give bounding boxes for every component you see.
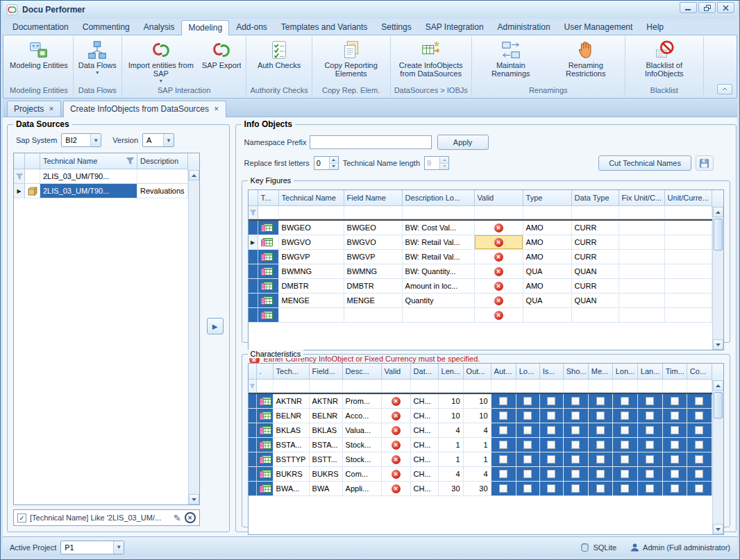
scroll-down-button[interactable] [713,524,723,534]
cell[interactable] [249,294,258,308]
transfer-right-button[interactable]: ▶ [207,318,224,334]
checkbox[interactable] [646,411,654,420]
cell[interactable] [491,394,516,409]
cell[interactable] [257,467,274,482]
cell[interactable] [491,467,516,482]
column-header[interactable] [25,153,40,169]
cell-description[interactable]: Stock... [343,438,382,452]
checkbox[interactable] [523,455,532,464]
cell-fix-unit[interactable] [619,235,665,250]
column-header-output-length[interactable]: Out... [464,364,491,380]
table-row[interactable]: BKLASBKLASValua...✕CH...44 [249,423,712,438]
cell-field-name[interactable]: DMBTR [344,279,403,294]
checkbox[interactable] [695,470,703,478]
cell[interactable] [589,394,613,409]
stepper-buttons[interactable] [439,157,448,169]
column-header[interactable]: Me... [589,364,613,380]
cell-technical-name[interactable]: BELNR [274,409,310,423]
grid-filter-row[interactable] [249,206,712,221]
cell-description[interactable] [403,308,475,323]
cell-field-name[interactable]: BSTA... [310,438,343,452]
cell[interactable] [564,482,589,496]
cell[interactable] [613,482,638,496]
import-entities-from-sap-button[interactable]: Import entities from SAP▾ [124,37,198,86]
cell[interactable] [589,482,613,496]
cell-data-type[interactable]: CURR [572,235,619,250]
cell-field-name[interactable]: BWGVO [344,235,403,250]
cell[interactable] [491,409,516,423]
checkbox[interactable] [596,426,605,434]
minimize-button[interactable] [680,2,697,13]
column-header[interactable] [14,153,25,169]
column-header[interactable]: T... [258,190,279,206]
cell-description[interactable]: Acco... [343,409,382,423]
cell-data-type[interactable]: CURR [572,279,619,294]
cell[interactable] [589,423,613,438]
checkbox[interactable] [621,455,629,464]
cell-description[interactable]: BW: Retail Val... [403,250,475,264]
sap-export-button[interactable]: SAP Export [199,37,244,86]
technical-name-length-stepper[interactable]: 9 [424,156,449,170]
checkbox[interactable] [646,397,654,405]
cell-description[interactable]: Revaluations [137,184,188,198]
cell-output-length[interactable]: 4 [464,423,491,438]
cell[interactable]: ▶ [14,184,25,198]
cell[interactable] [687,423,712,438]
cell-description[interactable]: BW: Quantity... [403,264,475,279]
table-row[interactable]: DMBTRDMBTRAmount in loc...✕AMOCURR [249,279,712,294]
cell-type[interactable] [523,308,572,323]
cell[interactable] [564,452,589,467]
column-header-technical-name[interactable]: Technical Name [279,190,344,206]
cell[interactable] [491,482,516,496]
cell-technical-name[interactable]: BUKRS [274,467,310,482]
cell-data-type[interactable] [572,308,619,323]
cell[interactable] [638,438,663,452]
column-header[interactable] [249,190,258,206]
checkbox[interactable] [547,426,555,434]
cell[interactable] [663,467,687,482]
column-header[interactable]: Lan... [638,364,663,380]
cell-data-type[interactable]: CH... [411,438,439,452]
checkbox[interactable] [547,470,555,478]
cell-valid[interactable]: ✕ [475,279,523,294]
cell[interactable] [687,467,712,482]
checkbox[interactable] [499,441,507,449]
cell-field-name[interactable]: BWMNG [344,264,403,279]
cell[interactable] [258,221,279,235]
cell[interactable] [249,452,257,467]
cell[interactable] [249,467,257,482]
checkbox[interactable] [523,397,532,405]
vertical-scrollbar[interactable] [712,207,723,350]
cell[interactable] [638,409,663,423]
cell[interactable] [258,294,279,308]
checkbox[interactable] [671,411,679,420]
cell[interactable] [540,452,564,467]
cell[interactable] [516,482,540,496]
cell[interactable] [249,394,257,409]
cell-data-type[interactable]: CURR [572,250,619,264]
cell-technical-name[interactable]: BWGVP [279,250,344,264]
maximize-button[interactable] [698,2,716,13]
cell-technical-name[interactable]: BWA... [274,482,310,496]
checkbox[interactable] [571,411,580,420]
filter-icon[interactable] [126,158,134,164]
grid-filter-row[interactable] [249,380,712,394]
cell-valid[interactable]: ✕ [382,409,411,423]
checkbox[interactable] [596,470,605,478]
checkbox[interactable] [596,455,605,464]
cell[interactable] [663,394,687,409]
cell[interactable] [257,482,274,496]
cell[interactable] [257,452,274,467]
scroll-thumb[interactable] [714,219,723,251]
checkbox[interactable] [596,411,605,420]
cell-data-type[interactable]: CH... [411,482,439,496]
column-header[interactable] [249,364,257,380]
cell[interactable] [249,423,257,438]
cell[interactable] [258,308,279,323]
menu-tab-administration[interactable]: Administration [491,19,557,35]
cell-length[interactable]: 1 [439,452,464,467]
cell[interactable] [638,482,663,496]
tab-create-infoobjects-from-datasources[interactable]: Create InfoObjects from DataSources✕ [63,101,226,117]
cell-valid[interactable]: ✕ [475,235,523,250]
namespace-prefix-input[interactable] [310,135,432,149]
